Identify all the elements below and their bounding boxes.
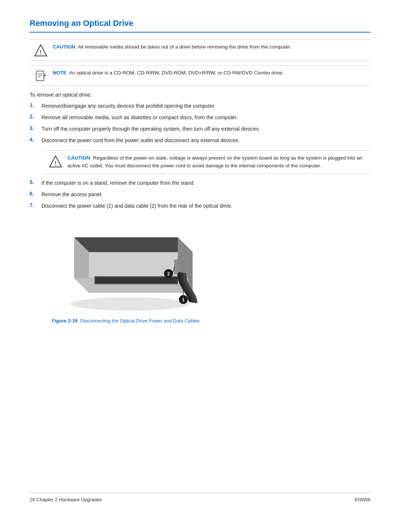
step-5: 5. If the computer is on a stand, remove…	[30, 179, 370, 187]
caution-box-2-wrapper: ! CAUTION Regardless of the power-on sta…	[44, 150, 370, 174]
step-text-1: Remove/disengage any security devices th…	[41, 102, 216, 110]
step-num-2: 2.	[30, 114, 38, 120]
step-num-7: 7.	[30, 202, 38, 208]
note-box: NOTE An optical drive is a CD-ROM, CD-R/…	[30, 65, 370, 86]
step-1: 1. Remove/disengage any security devices…	[30, 102, 370, 110]
step-text-7: Disconnect the power cable (1) and data …	[41, 202, 232, 210]
svg-marker-11	[74, 237, 193, 252]
step-num-1: 1.	[30, 102, 38, 108]
step-text-4: Disconnect the power cord from the power…	[41, 137, 240, 144]
note-icon	[34, 70, 47, 82]
step-num-3: 3.	[30, 125, 38, 131]
caution-triangle-icon-1: !	[34, 44, 47, 57]
step-text-3: Turn off the computer properly through t…	[41, 125, 260, 133]
figure-caption: Figure 2-19 Disconnecting the Optical Dr…	[52, 318, 370, 324]
caution-label-2: CAUTION	[67, 155, 90, 161]
step-num-6: 6.	[30, 191, 38, 197]
page-container: Removing an Optical Drive ! CAUTION All …	[0, 0, 400, 532]
title-divider	[30, 32, 370, 33]
step-2: 2. Remove all removable media, such as d…	[30, 114, 370, 121]
svg-text:!: !	[54, 160, 56, 167]
caution-triangle-icon-2: !	[49, 155, 62, 168]
footer-left: 28 Chapter 2 Hardware Upgrades	[30, 497, 102, 502]
svg-point-10	[70, 297, 189, 311]
footer-right: ENWW	[354, 497, 370, 502]
step-4: 4. Disconnect the power cord from the po…	[30, 137, 370, 144]
note-label: NOTE	[53, 70, 67, 76]
note-text: NOTE An optical drive is a CD-ROM, CD-R/…	[53, 69, 284, 77]
caution-box-2: ! CAUTION Regardless of the power-on sta…	[44, 150, 370, 174]
svg-rect-17	[96, 277, 182, 283]
main-content: Removing an Optical Drive ! CAUTION All …	[30, 19, 370, 493]
caution-text-1: CAUTION All removable media should be ta…	[53, 43, 291, 51]
step-num-4: 4.	[30, 137, 38, 143]
figure-area: 1 2 Figure 2-19 Disconnecting the Optica…	[52, 219, 370, 324]
step-6: 6. Remove the access panel.	[30, 191, 370, 198]
figure-label: Figure 2-19	[52, 318, 77, 324]
svg-rect-2	[36, 71, 44, 81]
page-footer: 28 Chapter 2 Hardware Upgrades ENWW	[30, 493, 370, 502]
caution-body-2: Regardless of the power-on state, voltag…	[67, 155, 362, 168]
caution-body-1: All removable media should be taken out …	[78, 44, 291, 50]
figure-caption-text: Disconnecting the Optical Drive Power an…	[80, 318, 200, 324]
svg-text:!: !	[40, 49, 41, 56]
note-body: An optical drive is a CD-ROM, CD-R/RW, D…	[69, 70, 283, 76]
step-text-2: Remove all removable media, such as disk…	[41, 114, 238, 121]
step-7: 7. Disconnect the power cable (1) and da…	[30, 202, 370, 210]
svg-text:2: 2	[167, 271, 170, 277]
optical-drive-illustration: 1 2	[52, 219, 207, 315]
steps-list-2: 5. If the computer is on a stand, remove…	[30, 179, 370, 210]
intro-text: To remove an optical drive:	[30, 92, 370, 98]
step-num-5: 5.	[30, 179, 38, 185]
step-text-5: If the computer is on a stand, remove th…	[41, 179, 195, 187]
svg-text:1: 1	[182, 297, 184, 302]
step-3: 3. Turn off the computer properly throug…	[30, 125, 370, 133]
step-text-6: Remove the access panel.	[41, 191, 103, 198]
page-title: Removing an Optical Drive	[30, 19, 370, 28]
caution-text-2: CAUTION Regardless of the power-on state…	[67, 154, 366, 170]
caution-label-1: CAUTION	[53, 44, 76, 50]
caution-box-1: ! CAUTION All removable media should be …	[30, 39, 370, 61]
steps-list: 1. Remove/disengage any security devices…	[30, 102, 370, 144]
